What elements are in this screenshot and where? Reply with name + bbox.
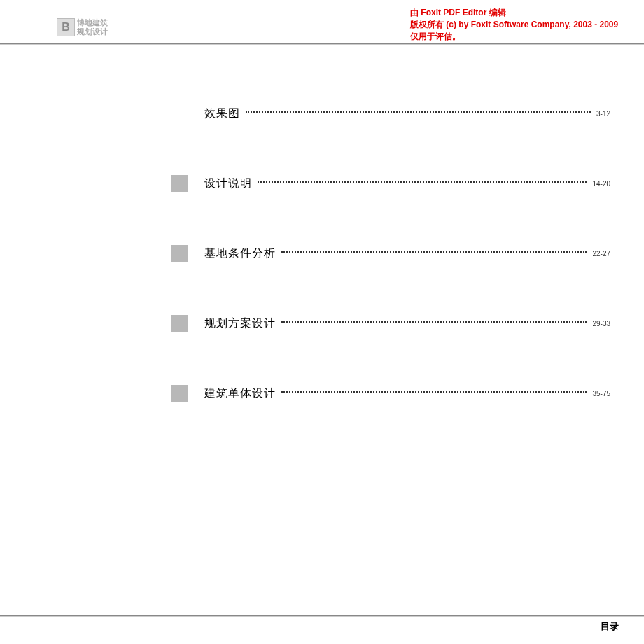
toc-page: 3-12 (596, 110, 610, 118)
top-border (0, 43, 644, 45)
logo-line2: 规划设计 (77, 27, 108, 36)
toc-page: 14-20 (592, 180, 610, 188)
toc-dots (246, 111, 591, 113)
bullet-icon (171, 175, 188, 192)
toc-title: 规划方案设计 (204, 316, 276, 331)
logo-line1: 博地建筑 (77, 18, 108, 27)
toc-row: 基地条件分析 22-27 (171, 245, 610, 262)
watermark: 由 Foxit PDF Editor 编辑 版权所有 (c) by Foxit … (410, 7, 618, 42)
bullet-icon (171, 385, 188, 402)
toc-dots (258, 181, 587, 183)
logo-text: 博地建筑 规划设计 (77, 18, 108, 36)
toc-page: 22-27 (592, 250, 610, 258)
table-of-contents: 效果图 3-12 设计说明 14-20 基地条件分析 22-27 规划方案设计 … (171, 105, 610, 455)
bottom-border (0, 615, 644, 617)
bullet-icon (171, 245, 188, 262)
toc-dots (281, 321, 587, 323)
toc-row: 建筑单体设计 35-75 (171, 385, 610, 402)
watermark-line3: 仅用于评估。 (410, 31, 618, 43)
toc-title: 基地条件分析 (204, 246, 276, 261)
toc-dots (281, 391, 587, 393)
watermark-line2: 版权所有 (c) by Foxit Software Company, 2003… (410, 19, 618, 31)
bullet-spacer (171, 105, 188, 122)
toc-title: 设计说明 (204, 176, 252, 191)
toc-page: 35-75 (592, 390, 610, 398)
toc-title: 建筑单体设计 (204, 386, 276, 401)
toc-row: 设计说明 14-20 (171, 175, 610, 192)
logo: B 博地建筑 规划设计 (57, 18, 108, 36)
toc-row: 效果图 3-12 (171, 105, 610, 122)
toc-row: 规划方案设计 29-33 (171, 315, 610, 332)
logo-mark: B (57, 18, 75, 36)
bullet-icon (171, 315, 188, 332)
toc-title: 效果图 (204, 106, 240, 121)
footer-label: 目录 (601, 620, 619, 633)
toc-page: 29-33 (592, 320, 610, 328)
toc-dots (281, 251, 587, 253)
watermark-line1: 由 Foxit PDF Editor 编辑 (410, 7, 618, 19)
